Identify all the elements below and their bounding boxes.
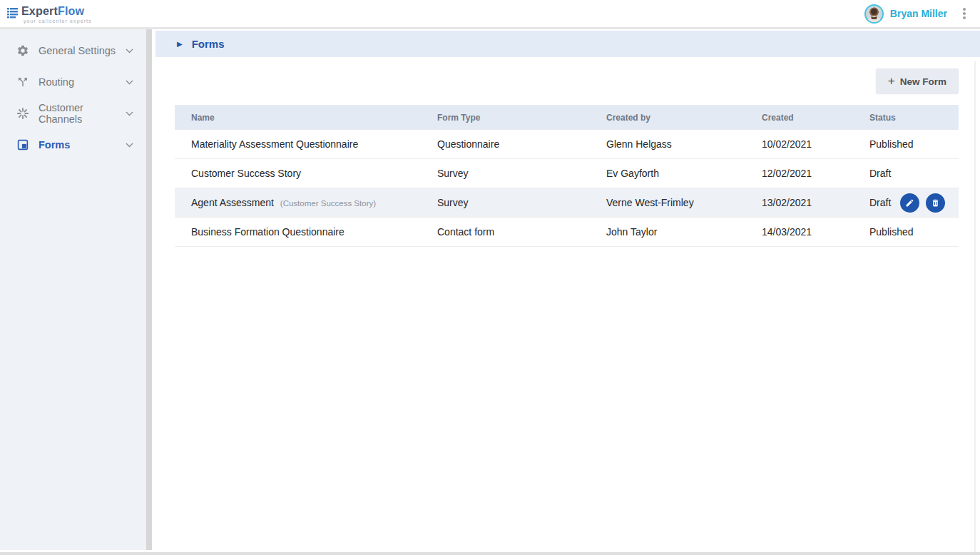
breadcrumb[interactable]: ▶ Forms <box>155 31 980 57</box>
sidebar-scrollbar[interactable] <box>146 29 152 550</box>
sidebar-item-forms[interactable]: Forms <box>0 129 146 161</box>
sidebar-item-label: General Settings <box>39 45 126 56</box>
triangle-right-icon: ▶ <box>177 41 183 48</box>
sidebar: General Settings Routing <box>0 29 146 550</box>
user-menu-group: Bryan Miller <box>864 4 970 24</box>
pencil-icon <box>905 198 914 208</box>
status-text: Published <box>869 138 914 150</box>
chevron-down-icon <box>126 111 133 116</box>
user-name[interactable]: Bryan Miller <box>890 8 947 19</box>
app-body: General Settings Routing <box>0 29 980 550</box>
chevron-down-icon <box>126 49 133 54</box>
status-text: Draft <box>869 168 891 179</box>
column-header-name[interactable]: Name <box>175 113 421 123</box>
plus-icon: + <box>888 75 895 87</box>
cell-name: Agent Assessment (Customer Success Story… <box>175 197 421 208</box>
cell-status: Draft <box>853 193 959 213</box>
app-logo[interactable]: ExpertFlow your callcenter experts <box>7 4 92 24</box>
main-scrollbar[interactable] <box>974 61 976 555</box>
new-form-button-label: New Form <box>900 76 946 87</box>
edit-button[interactable] <box>900 193 919 213</box>
table-row[interactable]: Business Formation Questionnaire Contact… <box>175 218 959 247</box>
expertflow-logo-icon <box>7 7 19 19</box>
name-note: (Customer Success Story) <box>280 199 376 208</box>
column-header-created[interactable]: Created <box>745 113 853 123</box>
sidebar-item-label: Customer Channels <box>39 102 126 125</box>
forms-icon <box>16 138 29 152</box>
cell-created: 12/02/2021 <box>745 168 853 179</box>
sidebar-item-customer-channels[interactable]: Customer Channels <box>0 98 146 129</box>
forms-table: Name Form Type Created by Created Status… <box>175 105 959 247</box>
cell-created-by: Glenn Helgass <box>590 138 745 150</box>
cell-created: 10/02/2021 <box>745 138 853 150</box>
column-header-form-type[interactable]: Form Type <box>421 113 590 123</box>
kebab-menu-icon[interactable] <box>959 5 970 22</box>
brand-tagline: your callcenter experts <box>21 19 92 24</box>
delete-button[interactable] <box>926 193 945 213</box>
breadcrumb-label: Forms <box>192 38 225 50</box>
brand-name: ExpertFlow <box>21 6 92 17</box>
window-bottom-scrollbar-track[interactable] <box>0 552 980 555</box>
cell-form-type: Survey <box>421 197 590 208</box>
call-split-icon <box>16 76 29 89</box>
cell-name: Materiality Assessment Questionnaire <box>175 138 421 150</box>
cell-created-by: Ev Gayforth <box>590 168 745 179</box>
sidebar-item-label: Forms <box>39 139 126 151</box>
cell-created-by: Verne West-Frimley <box>590 197 745 208</box>
sidebar-item-general-settings[interactable]: General Settings <box>0 35 146 66</box>
status-text: Published <box>869 226 914 238</box>
cell-form-type: Survey <box>421 168 590 179</box>
row-actions <box>900 193 945 213</box>
table-row[interactable]: Agent Assessment (Customer Success Story… <box>175 188 959 218</box>
cell-created: 13/02/2021 <box>745 197 853 208</box>
trash-icon <box>931 198 940 208</box>
cell-form-type: Questionnaire <box>421 138 590 150</box>
chevron-down-icon <box>126 143 133 148</box>
sidebar-item-label: Routing <box>39 76 126 88</box>
cell-form-type: Contact form <box>421 226 590 238</box>
table-row[interactable]: Customer Success Story Survey Ev Gayfort… <box>175 159 959 188</box>
column-header-status[interactable]: Status <box>853 113 959 123</box>
table-header-row: Name Form Type Created by Created Status <box>175 105 959 130</box>
column-header-created-by[interactable]: Created by <box>590 113 745 123</box>
table-row[interactable]: Materiality Assessment Questionnaire Que… <box>175 130 959 159</box>
new-form-button[interactable]: + New Form <box>876 68 959 94</box>
top-header: ExpertFlow your callcenter experts Bryan… <box>0 0 980 29</box>
avatar[interactable] <box>864 4 884 24</box>
sidebar-item-routing[interactable]: Routing <box>0 66 146 98</box>
gear-icon <box>16 44 29 58</box>
channels-icon <box>16 107 29 121</box>
cell-name: Customer Success Story <box>175 168 421 179</box>
chevron-down-icon <box>126 80 133 85</box>
main-content: ▶ Forms + New Form Name Form Type Create… <box>152 29 980 550</box>
cell-status: Published <box>853 226 959 238</box>
toolbar: + New Form <box>155 57 980 94</box>
cell-status: Draft <box>853 168 959 179</box>
cell-created: 14/03/2021 <box>745 226 853 238</box>
cell-name: Business Formation Questionnaire <box>175 226 421 238</box>
cell-created-by: John Taylor <box>590 226 745 238</box>
status-text: Draft <box>869 197 891 208</box>
cell-status: Published <box>853 138 959 150</box>
